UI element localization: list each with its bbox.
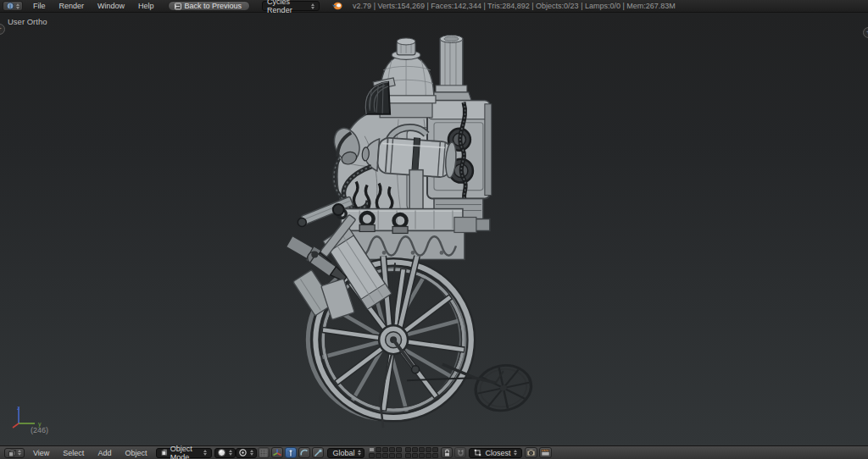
opengl-render-still-button[interactable]	[525, 447, 537, 458]
dropdown-arrows-icon	[311, 3, 314, 9]
translate-arrow-icon	[287, 449, 295, 457]
pivot-point-icon	[239, 449, 247, 456]
snap-element-select[interactable]: Closest	[469, 448, 522, 458]
manipulator-toggle[interactable]	[271, 447, 283, 458]
dropdown-arrows-icon	[250, 450, 253, 456]
layer-toggle[interactable]	[432, 453, 438, 458]
pivot-align-toggle[interactable]	[258, 447, 270, 458]
dropdown-arrows-icon	[18, 450, 21, 456]
opengl-render-anim-button[interactable]	[539, 447, 552, 458]
manipulator-rotate-button[interactable]	[298, 447, 310, 458]
pivot-point-select[interactable]	[236, 448, 257, 458]
layer-toggle[interactable]	[396, 453, 402, 458]
render-engine-select[interactable]: Cycles Render	[262, 1, 320, 11]
layer-toggle[interactable]	[432, 447, 438, 452]
top-header-bar: i File Render Window Help Back to Previo…	[0, 0, 868, 13]
layer-toggle[interactable]	[405, 453, 411, 458]
manipulator-translate-button[interactable]	[285, 447, 297, 458]
layer-grid-2[interactable]	[405, 447, 438, 458]
menu-render[interactable]: Render	[53, 2, 92, 10]
layer-toggle[interactable]	[389, 453, 395, 458]
interaction-mode-select[interactable]: Object Mode	[156, 448, 212, 458]
menu-add[interactable]: Add	[91, 449, 118, 457]
menu-file[interactable]: File	[26, 2, 53, 10]
scene-lock-toggle[interactable]	[441, 447, 453, 458]
dropdown-arrows-icon	[203, 450, 207, 456]
back-to-previous-button[interactable]: Back to Previous	[168, 1, 251, 11]
layer-toggle[interactable]	[419, 453, 425, 458]
viewport-shading-select[interactable]	[214, 448, 236, 458]
viewport-3d[interactable]: User Ortho + + z y (246)	[0, 13, 868, 445]
menu-object[interactable]: Object	[118, 449, 153, 457]
manipulator-scale-button[interactable]	[312, 447, 324, 458]
rotate-arc-icon	[300, 449, 309, 457]
manipulator-axes-icon	[273, 449, 281, 457]
model-steampunk-machine[interactable]	[0, 13, 868, 445]
layer-toggle[interactable]	[419, 447, 425, 452]
layer-toggle[interactable]	[405, 447, 411, 452]
scene-statistics: v2.79 | Verts:154,269 | Faces:142,344 | …	[353, 2, 676, 10]
snap-vertex-icon	[474, 449, 481, 456]
transform-orientation-select[interactable]: Global	[327, 448, 364, 458]
svg-text:z: z	[17, 405, 20, 411]
layer-toggle[interactable]	[369, 447, 375, 452]
dropdown-arrows-icon	[514, 450, 517, 456]
lock-icon	[443, 449, 451, 457]
layer-toggle[interactable]	[376, 453, 381, 458]
blender-logo	[331, 2, 342, 10]
layer-toggle[interactable]	[426, 453, 431, 458]
layer-toggle[interactable]	[396, 447, 402, 452]
align-grid-icon	[259, 449, 268, 457]
viewport-header-bar: View Select Add Object Object Mode	[0, 445, 868, 459]
active-object-label: (246)	[31, 426, 48, 434]
menu-view[interactable]: View	[26, 449, 56, 457]
layer-toggle[interactable]	[369, 453, 375, 458]
model-wheel-small	[471, 361, 535, 416]
dropdown-arrows-icon	[358, 450, 361, 456]
object-mode-icon	[161, 449, 166, 456]
model-dome-head	[365, 38, 436, 118]
layer-toggle[interactable]	[376, 447, 381, 452]
scale-line-icon	[314, 449, 322, 457]
menu-window[interactable]: Window	[91, 2, 131, 10]
menu-help[interactable]: Help	[131, 2, 161, 10]
layer-toggle[interactable]	[382, 453, 388, 458]
model-backpack-chimney	[427, 35, 492, 230]
editor-type-selector-3dview[interactable]	[4, 448, 25, 458]
layer-toggle[interactable]	[412, 453, 418, 458]
layer-toggle[interactable]	[412, 447, 418, 452]
properties-open-button[interactable]: +	[863, 27, 868, 38]
layer-grid-1[interactable]	[369, 447, 402, 458]
layer-toggle[interactable]	[389, 447, 395, 452]
dropdown-arrows-icon	[16, 3, 19, 9]
back-arrow-icon	[173, 3, 181, 10]
layer-toggle[interactable]	[382, 447, 388, 452]
layer-toggle[interactable]	[426, 447, 431, 452]
clapperboard-icon	[541, 449, 550, 456]
view-mode-label: User Ortho	[8, 17, 47, 26]
dropdown-arrows-icon	[229, 450, 232, 456]
info-editor-icon: i	[6, 2, 14, 10]
snap-toggle[interactable]	[454, 447, 466, 458]
magnet-icon	[457, 449, 465, 457]
camera-icon	[526, 449, 536, 456]
viewport-editor-icon	[8, 449, 16, 457]
editor-type-selector-info[interactable]: i	[3, 1, 23, 11]
menu-select[interactable]: Select	[56, 449, 91, 457]
shading-sphere-icon	[218, 449, 225, 456]
